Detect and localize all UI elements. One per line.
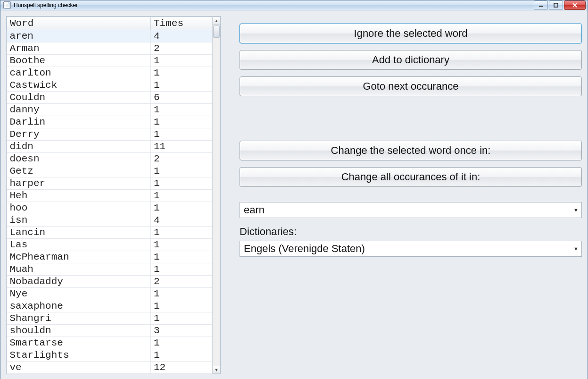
cell-times: 1 bbox=[151, 55, 212, 67]
column-header-word[interactable]: Word bbox=[7, 17, 151, 30]
table-row[interactable]: Las1 bbox=[7, 239, 212, 251]
scroll-up-button[interactable]: ▲ bbox=[213, 17, 220, 25]
table-row[interactable]: danny1 bbox=[7, 104, 212, 116]
table-row[interactable]: aren4 bbox=[7, 30, 212, 42]
cell-times: 2 bbox=[151, 276, 212, 288]
cell-word: didn bbox=[7, 141, 151, 153]
add-to-dictionary-button[interactable]: Add to dictionary bbox=[240, 50, 582, 70]
cell-times: 1 bbox=[151, 300, 212, 312]
cell-times: 1 bbox=[151, 263, 212, 276]
table-row[interactable]: McPhearman1 bbox=[7, 251, 212, 263]
table-row[interactable]: Lancin1 bbox=[7, 227, 212, 239]
cell-word: Muah bbox=[7, 263, 151, 276]
table-row[interactable]: hoo1 bbox=[7, 202, 212, 214]
cell-times: 6 bbox=[151, 92, 212, 104]
cell-word: aren bbox=[7, 30, 151, 42]
change-once-button[interactable]: Change the selected word once in: bbox=[240, 141, 582, 160]
cell-times: 1 bbox=[151, 128, 212, 141]
cell-times: 1 bbox=[151, 288, 212, 300]
table-row[interactable]: ve12 bbox=[7, 362, 212, 374]
table-row[interactable]: Heh1 bbox=[7, 190, 212, 202]
table-row[interactable]: Nye1 bbox=[7, 288, 212, 300]
cell-word: Getz bbox=[7, 165, 151, 177]
table-row[interactable]: Shangri1 bbox=[7, 312, 212, 325]
dictionaries-combo[interactable]: Engels (Verenigde Staten) ▼ bbox=[240, 241, 582, 257]
minimize-icon bbox=[538, 3, 543, 8]
scroll-down-button[interactable]: ▼ bbox=[213, 366, 220, 374]
dictionaries-value: Engels (Verenigde Staten) bbox=[244, 243, 365, 255]
table-row[interactable]: Darlin1 bbox=[7, 116, 212, 128]
table-row[interactable]: saxaphone1 bbox=[7, 300, 212, 312]
table-row[interactable]: doesn2 bbox=[7, 153, 212, 165]
table-row[interactable]: isn4 bbox=[7, 214, 212, 227]
minimize-button[interactable] bbox=[534, 0, 548, 10]
cell-times: 1 bbox=[151, 202, 212, 214]
cell-word: Couldn bbox=[7, 92, 151, 104]
table-row[interactable]: Getz1 bbox=[7, 165, 212, 177]
table-row[interactable]: Muah1 bbox=[7, 263, 212, 276]
table-row[interactable]: Smartarse1 bbox=[7, 337, 212, 349]
cell-word: hoo bbox=[7, 202, 151, 214]
actions-panel: Ignore the selected word Add to dictiona… bbox=[240, 16, 582, 374]
cell-times: 1 bbox=[151, 104, 212, 116]
table-row[interactable]: Boothe1 bbox=[7, 55, 212, 67]
suggestion-combo[interactable]: earn ▼ bbox=[240, 202, 582, 218]
cell-word: Nye bbox=[7, 288, 151, 300]
app-icon: 📄 bbox=[3, 1, 11, 9]
cell-word: carlton bbox=[7, 67, 151, 79]
table-row[interactable]: Castwick1 bbox=[7, 79, 212, 92]
cell-times: 1 bbox=[151, 251, 212, 263]
table-row[interactable]: harper1 bbox=[7, 177, 212, 190]
table-row[interactable]: Starlights1 bbox=[7, 349, 212, 362]
cell-times: 4 bbox=[151, 214, 212, 227]
cell-word: Castwick bbox=[7, 79, 151, 92]
cell-times: 11 bbox=[151, 141, 212, 153]
dictionaries-label: Dictionaries: bbox=[240, 226, 582, 238]
table-row[interactable]: Derry1 bbox=[7, 128, 212, 141]
spacer bbox=[240, 103, 582, 141]
ignore-button[interactable]: Ignore the selected word bbox=[240, 24, 582, 43]
titlebar: 📄 Hunspell spelling checker bbox=[0, 0, 588, 10]
table-row[interactable]: shouldn3 bbox=[7, 325, 212, 337]
cell-times: 12 bbox=[151, 362, 212, 374]
cell-times: 2 bbox=[151, 42, 212, 55]
change-all-button[interactable]: Change all occurances of it in: bbox=[240, 167, 582, 187]
goto-next-button[interactable]: Goto next occurance bbox=[240, 76, 582, 96]
cell-word: danny bbox=[7, 104, 151, 116]
cell-word: isn bbox=[7, 214, 151, 227]
maximize-button[interactable] bbox=[549, 0, 563, 10]
cell-times: 1 bbox=[151, 227, 212, 239]
cell-word: Heh bbox=[7, 190, 151, 202]
maximize-icon bbox=[554, 3, 558, 8]
cell-word: Las bbox=[7, 239, 151, 251]
close-button[interactable] bbox=[564, 0, 586, 10]
cell-times: 1 bbox=[151, 349, 212, 362]
svg-rect-1 bbox=[554, 3, 558, 7]
word-list-scrollbar[interactable]: ▲ ▼ bbox=[212, 17, 220, 374]
cell-times: 1 bbox=[151, 177, 212, 190]
cell-word: doesn bbox=[7, 153, 151, 165]
column-header-times[interactable]: Times bbox=[151, 17, 212, 30]
cell-word: McPhearman bbox=[7, 251, 151, 263]
scroll-track[interactable] bbox=[213, 25, 220, 366]
word-table[interactable]: Word Times aren4Arman2Boothe1carlton1Cas… bbox=[7, 17, 212, 374]
cell-word: Derry bbox=[7, 128, 151, 141]
cell-word: Arman bbox=[7, 42, 151, 55]
client-area: Word Times aren4Arman2Boothe1carlton1Cas… bbox=[0, 10, 588, 379]
table-row[interactable]: carlton1 bbox=[7, 67, 212, 79]
cell-word: Shangri bbox=[7, 312, 151, 325]
window-title: Hunspell spelling checker bbox=[14, 2, 533, 8]
scroll-thumb[interactable] bbox=[213, 25, 220, 38]
cell-word: harper bbox=[7, 177, 151, 190]
table-row[interactable]: Couldn6 bbox=[7, 92, 212, 104]
table-row[interactable]: Arman2 bbox=[7, 42, 212, 55]
spacer-small-1 bbox=[240, 194, 582, 202]
cell-times: 1 bbox=[151, 79, 212, 92]
table-row[interactable]: Nobadaddy2 bbox=[7, 276, 212, 288]
word-list-inner: Word Times aren4Arman2Boothe1carlton1Cas… bbox=[7, 17, 212, 374]
table-row[interactable]: didn11 bbox=[7, 141, 212, 153]
cell-word: ve bbox=[7, 362, 151, 374]
cell-times: 1 bbox=[151, 165, 212, 177]
cell-word: Lancin bbox=[7, 227, 151, 239]
window-controls bbox=[533, 0, 586, 10]
